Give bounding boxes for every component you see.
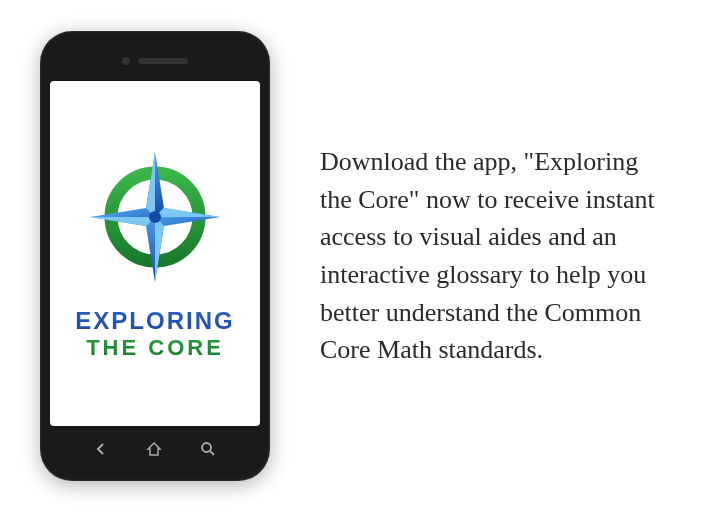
phone-camera bbox=[122, 57, 130, 65]
text-content: Download the app, "Exploring the Core" n… bbox=[280, 143, 674, 369]
home-icon[interactable] bbox=[146, 441, 162, 457]
back-icon[interactable] bbox=[94, 442, 108, 456]
phone-top-bezel bbox=[50, 41, 260, 81]
svg-point-1 bbox=[149, 211, 161, 223]
phone-speaker bbox=[138, 58, 188, 64]
phone-mockup: EXPLORING THE CORE bbox=[30, 31, 280, 481]
search-icon[interactable] bbox=[200, 441, 216, 457]
svg-point-2 bbox=[202, 443, 211, 452]
phone-nav-bar bbox=[50, 426, 260, 471]
description-text: Download the app, "Exploring the Core" n… bbox=[320, 143, 664, 369]
app-logo bbox=[85, 147, 225, 287]
app-name-line1: EXPLORING bbox=[75, 307, 234, 335]
phone-body: EXPLORING THE CORE bbox=[40, 31, 270, 481]
app-name-line2: THE CORE bbox=[75, 335, 234, 361]
app-name: EXPLORING THE CORE bbox=[75, 307, 234, 361]
compass-icon bbox=[85, 147, 225, 287]
svg-line-3 bbox=[210, 451, 214, 455]
phone-screen: EXPLORING THE CORE bbox=[50, 81, 260, 426]
